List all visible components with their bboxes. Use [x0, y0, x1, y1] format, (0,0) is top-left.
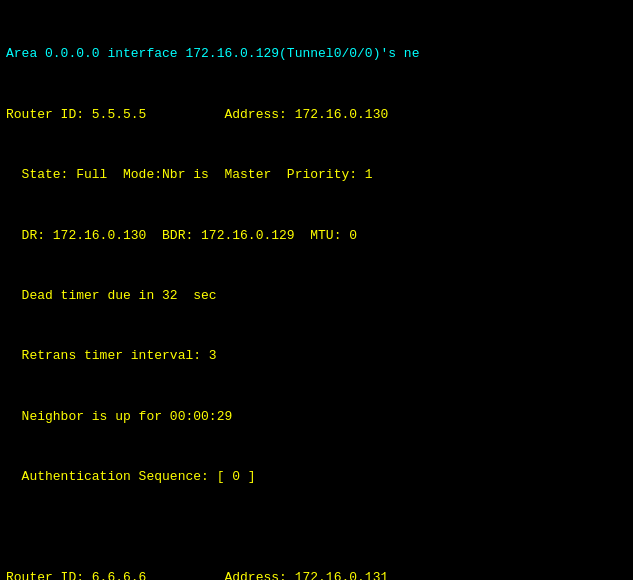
- router1-retrans-line: Retrans timer interval: 3: [6, 346, 627, 366]
- router1-neighbor-line: Neighbor is up for 00:00:29: [6, 407, 627, 427]
- router2-id-line: Router ID: 6.6.6.6 Address: 172.16.0.131: [6, 568, 627, 580]
- router1-dr-line: DR: 172.16.0.130 BDR: 172.16.0.129 MTU: …: [6, 226, 627, 246]
- router1-state-line: State: Full Mode:Nbr is Master Priority:…: [6, 165, 627, 185]
- terminal-output: Area 0.0.0.0 interface 172.16.0.129(Tunn…: [0, 0, 633, 580]
- router1-id-line: Router ID: 5.5.5.5 Address: 172.16.0.130: [6, 105, 627, 125]
- router1-dead-line: Dead timer due in 32 sec: [6, 286, 627, 306]
- router1-auth-line: Authentication Sequence: [ 0 ]: [6, 467, 627, 487]
- header-line: Area 0.0.0.0 interface 172.16.0.129(Tunn…: [6, 44, 627, 64]
